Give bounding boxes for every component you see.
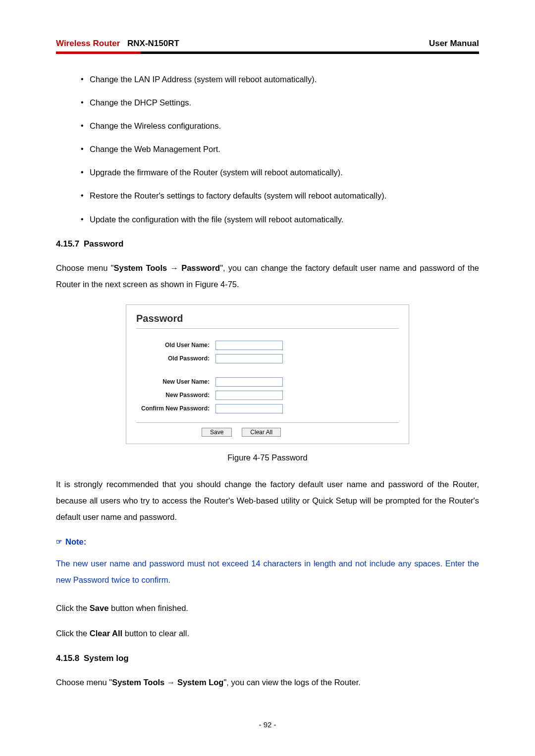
- bullet-icon: •: [80, 144, 90, 154]
- list-item: •Restore the Router's settings to factor…: [80, 190, 479, 202]
- section-number: 4.15.7: [56, 239, 79, 249]
- password-panel: Password Old User Name: Old Password: Ne…: [126, 304, 409, 444]
- form-row-confirm: Confirm New Password:: [136, 404, 399, 413]
- header-right: User Manual: [429, 39, 479, 49]
- text: Choose menu ": [56, 263, 113, 272]
- label-old-pass: Old Password:: [136, 355, 215, 362]
- bullet-icon: •: [80, 167, 90, 178]
- header-divider: [56, 51, 479, 54]
- save-button[interactable]: Save: [202, 428, 232, 437]
- bullet-text: Change the DHCP Settings.: [90, 97, 191, 108]
- page-number: - 92 -: [56, 720, 479, 729]
- list-item: •Upgrade the firmware of the Router (sys…: [80, 167, 479, 178]
- product-red: Wireless Router: [56, 39, 120, 48]
- list-item: •Update the configuration with the file …: [80, 214, 479, 225]
- bullet-text: Change the Wireless configurations.: [90, 120, 221, 132]
- bullet-list: •Change the LAN IP Address (system will …: [56, 74, 479, 225]
- section-title: Password: [84, 239, 123, 249]
- clear-all-button[interactable]: Clear All: [242, 428, 281, 437]
- form-row-old-pass: Old Password:: [136, 354, 399, 363]
- choose-menu-paragraph: Choose menu "System Tools → Password", y…: [56, 260, 479, 293]
- recommendation-paragraph: It is strongly recommended that you shou…: [56, 476, 479, 525]
- note-label: Note:: [65, 537, 86, 547]
- figure-caption: Figure 4-75 Password: [126, 453, 409, 462]
- text: button when finished.: [108, 604, 188, 612]
- menu-path-1: System Tools: [113, 263, 167, 272]
- save-bold: Save: [90, 604, 109, 612]
- text: Choose menu ": [56, 678, 112, 687]
- clear-all-bold: Clear All: [90, 629, 122, 638]
- bullet-icon: •: [80, 74, 90, 85]
- menu-path-2: Password: [181, 263, 220, 272]
- list-item: •Change the Wireless configurations.: [80, 120, 479, 132]
- section-heading-systemlog: 4.15.8 System log: [56, 654, 479, 663]
- page-header: Wireless Router RNX-N150RT User Manual: [56, 39, 479, 49]
- bullet-icon: •: [80, 97, 90, 108]
- panel-title: Password: [136, 313, 399, 324]
- input-old-user[interactable]: [215, 341, 283, 350]
- form-row-new-pass: New Password:: [136, 391, 399, 400]
- label-old-user: Old User Name:: [136, 342, 215, 349]
- bullet-icon: •: [80, 214, 90, 225]
- input-new-pass[interactable]: [215, 391, 283, 400]
- text: Click the: [56, 604, 90, 612]
- text: Click the: [56, 629, 90, 638]
- menu-path-1: System Tools: [112, 678, 164, 687]
- note-body: The new user name and password must not …: [56, 555, 479, 588]
- panel-divider: [136, 328, 399, 329]
- form-row-old-user: Old User Name:: [136, 341, 399, 350]
- click-clear-paragraph: Click the Clear All button to clear all.: [56, 625, 479, 642]
- click-save-paragraph: Click the Save button when finished.: [56, 600, 479, 616]
- menu-path-2: System Log: [177, 678, 224, 687]
- bullet-text: Update the configuration with the file (…: [90, 214, 343, 225]
- form-row-new-user: New User Name:: [136, 377, 399, 387]
- arrow-icon: →: [167, 263, 181, 272]
- input-confirm[interactable]: [215, 404, 283, 413]
- list-item: •Change the Web Management Port.: [80, 144, 479, 155]
- bullet-text: Upgrade the firmware of the Router (syst…: [90, 167, 343, 178]
- choose-menu-systemlog: Choose menu "System Tools → System Log",…: [56, 674, 479, 691]
- product-model: RNX-N150RT: [127, 39, 179, 48]
- text: ", you can view the logs of the Router.: [223, 678, 360, 687]
- product-title: Wireless Router RNX-N150RT: [56, 39, 179, 49]
- panel-button-row: Save Clear All: [136, 428, 399, 437]
- input-old-pass[interactable]: [215, 354, 283, 363]
- label-confirm: Confirm New Password:: [136, 405, 215, 412]
- label-new-user: New User Name:: [136, 378, 215, 385]
- bullet-text: Change the Web Management Port.: [90, 144, 220, 155]
- note-heading: ☞ Note:: [56, 537, 479, 547]
- section-heading-password: 4.15.7 Password: [56, 239, 479, 249]
- list-item: •Change the DHCP Settings.: [80, 97, 479, 108]
- bullet-text: Change the LAN IP Address (system will r…: [90, 74, 317, 85]
- pointing-hand-icon: ☞: [56, 538, 62, 546]
- section-title: System log: [84, 654, 129, 663]
- bullet-icon: •: [80, 120, 90, 131]
- bullet-text: Restore the Router's settings to factory…: [90, 190, 386, 202]
- section-number: 4.15.8: [56, 654, 79, 663]
- figure-password-panel: Password Old User Name: Old Password: Ne…: [126, 304, 409, 462]
- list-item: •Change the LAN IP Address (system will …: [80, 74, 479, 85]
- input-new-user[interactable]: [215, 377, 283, 387]
- label-new-pass: New Password:: [136, 392, 215, 399]
- arrow-icon: →: [164, 678, 177, 687]
- panel-divider: [136, 422, 399, 423]
- bullet-icon: •: [80, 190, 90, 201]
- text: button to clear all.: [122, 629, 189, 638]
